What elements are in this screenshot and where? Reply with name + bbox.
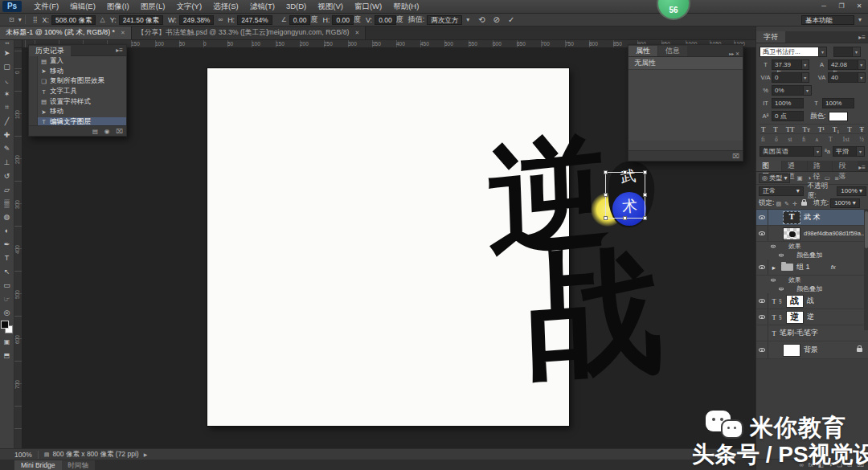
font-size-dropdown-icon[interactable]: ▾	[802, 59, 809, 70]
history-state-row[interactable]: T 文字工具	[29, 87, 126, 97]
tracking-field[interactable]: 40	[828, 72, 858, 83]
interpolation-dropdown-icon[interactable]: ▾	[466, 16, 469, 23]
history-state-row[interactable]: ➤ 移动	[29, 107, 126, 117]
switch-transform-mode-icon[interactable]: ⟲	[478, 15, 485, 24]
opentype-feature-button[interactable]: ő	[775, 136, 778, 143]
lock-transparent-pixels-icon[interactable]: ▨	[776, 201, 781, 206]
dodge-tool[interactable]: ◐	[0, 223, 14, 237]
menu-item[interactable]: 图像(I)	[101, 0, 135, 13]
menu-item[interactable]: 3D(D)	[280, 0, 312, 13]
panel-menu-icon[interactable]: ▸≡	[116, 47, 123, 54]
layer-row[interactable]: 效果	[756, 242, 868, 251]
fill-field[interactable]: 100% ▾	[830, 198, 860, 208]
text-color-swatch[interactable]	[829, 112, 848, 121]
layer-thumbnail[interactable]: T	[783, 211, 800, 224]
visibility-toggle[interactable]	[777, 251, 785, 260]
new-doc-from-state-icon[interactable]: ▤	[92, 128, 98, 135]
hand-tool[interactable]: ☞	[0, 292, 14, 305]
shape-tool[interactable]: ▭	[0, 278, 14, 292]
font-style-button[interactable]: Ŧ	[859, 125, 864, 133]
transform-handle[interactable]	[643, 170, 647, 174]
panel-tab[interactable]: 段落	[833, 161, 858, 171]
layer-name[interactable]: 笔刷-毛笔字	[780, 328, 818, 338]
layer-name[interactable]: 战	[807, 296, 814, 306]
relative-position-icon[interactable]: △	[100, 16, 104, 23]
font-size-field[interactable]: 37.39 点	[772, 59, 802, 70]
history-source-checkbox[interactable]	[29, 87, 38, 97]
filter-smart-objects-icon[interactable]: ⧈	[835, 174, 839, 182]
y-position-field[interactable]: 241.50 像素	[119, 15, 163, 25]
close-tab-icon[interactable]: ✕	[121, 30, 125, 36]
visibility-toggle[interactable]	[777, 284, 785, 293]
ps-logo[interactable]: Ps	[2, 1, 22, 12]
menu-item[interactable]: 文字(Y)	[170, 0, 207, 13]
history-state-row[interactable]: ▤ 置入	[29, 56, 126, 67]
panel-menu-icon[interactable]: ▸≡	[858, 34, 866, 41]
workspace-switcher[interactable]: 基本功能 ▾	[799, 15, 862, 25]
proportional-spacing-field[interactable]: 0%	[772, 85, 804, 96]
close-tab-icon[interactable]: ✕	[355, 30, 360, 36]
brush-tool[interactable]: ✎	[0, 141, 14, 155]
layer-row[interactable]: T 笔刷-毛笔字	[756, 325, 868, 341]
layer-thumbnail[interactable]	[781, 264, 793, 271]
clone-stamp-tool[interactable]: ⊥	[0, 155, 14, 169]
layer-row[interactable]: 颜色叠加	[756, 284, 868, 293]
foreground-color-swatch[interactable]	[1, 321, 9, 329]
layer-row[interactable]: T § 战 战	[756, 293, 868, 309]
layer-row[interactable]: T § 逆 逆	[756, 309, 868, 325]
layer-thumbnail[interactable]	[783, 344, 800, 357]
opentype-feature-button[interactable]: ﬁ	[802, 136, 805, 143]
minimize-button[interactable]: ─	[815, 0, 833, 13]
menu-item[interactable]: 帮助(H)	[387, 0, 424, 13]
height-scale-field[interactable]: 247.54%	[237, 15, 272, 25]
filter-adjustment-layers-icon[interactable]: ◑	[808, 174, 812, 182]
new-snapshot-icon[interactable]: ◉	[104, 128, 110, 135]
visibility-toggle[interactable]	[769, 276, 777, 284]
menu-item[interactable]: 视图(V)	[312, 0, 349, 13]
lock-position-icon[interactable]: ✛	[792, 201, 797, 206]
history-source-checkbox[interactable]	[29, 96, 38, 107]
layer-thumbnail[interactable]	[783, 227, 800, 240]
timeline-tab[interactable]: 时间轴	[62, 460, 96, 470]
panel-menu-icon[interactable]: ▸≡	[858, 164, 866, 171]
horizontal-scale-field[interactable]: 100%	[822, 98, 854, 108]
visibility-toggle[interactable]	[756, 210, 768, 225]
font-style-button[interactable]: Tᴛ	[802, 125, 809, 133]
history-source-checkbox[interactable]	[29, 107, 38, 117]
history-state-row[interactable]: ❏ 复制所有图层效果	[29, 76, 126, 87]
workspace-select[interactable]: 基本功能	[801, 15, 854, 25]
visibility-toggle[interactable]	[756, 293, 768, 309]
layer-row[interactable]: d98ef4dba908d1f59a... fx	[756, 226, 868, 242]
transform-handle[interactable]	[623, 170, 627, 174]
commit-transform-icon[interactable]: ✓	[508, 15, 514, 24]
mini-bridge-tab[interactable]: Mini Bridge	[14, 460, 62, 470]
cancel-transform-icon[interactable]: ⊘	[493, 15, 500, 24]
menu-item[interactable]: 窗口(W)	[349, 0, 387, 13]
hskew-field[interactable]: 0.00	[332, 15, 354, 25]
lasso-tool[interactable]: ◟	[0, 73, 14, 87]
visibility-toggle[interactable]	[756, 260, 768, 275]
filter-shape-layers-icon[interactable]: ▭	[825, 174, 830, 182]
pen-tool[interactable]: ✒	[0, 237, 14, 251]
language-dropdown-icon[interactable]: ▾	[814, 146, 822, 157]
layer-effects-badge[interactable]: fx	[831, 264, 836, 271]
opentype-feature-button[interactable]: ᴀ	[816, 136, 819, 143]
layer-row[interactable]: 效果	[756, 276, 868, 284]
kerning-field[interactable]: 0	[772, 72, 802, 83]
menu-item[interactable]: 图层(L)	[135, 0, 171, 13]
document-tab[interactable]: 【分享】书法笔触.psd @ 33.3% ([美工云]meigongyun.co…	[132, 27, 366, 39]
layer-row[interactable]: 背景	[756, 341, 868, 359]
history-source-checkbox[interactable]	[29, 67, 38, 77]
visibility-toggle[interactable]	[756, 226, 768, 241]
menu-item[interactable]: 选择(S)	[207, 0, 244, 13]
anti-alias-dropdown-icon[interactable]: ▾	[857, 146, 865, 157]
reference-point-icon[interactable]: ⣿	[33, 16, 38, 23]
font-style-button[interactable]: T₁	[833, 125, 840, 133]
layer-name[interactable]: 背景	[804, 345, 818, 355]
interpolation-select[interactable]: 两次立方	[427, 15, 462, 25]
font-style-button[interactable]: T¹	[818, 125, 825, 133]
baseline-shift-field[interactable]: 0 点	[772, 111, 804, 121]
layer-filter-select[interactable]: ◎ 类型 ▾	[759, 174, 790, 183]
panel-tab[interactable]: 图层	[756, 161, 781, 171]
transform-handle[interactable]	[623, 216, 627, 220]
